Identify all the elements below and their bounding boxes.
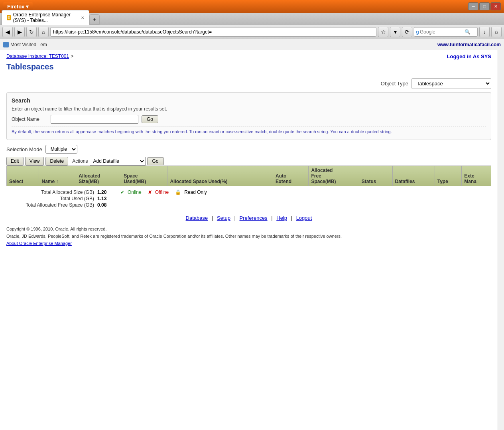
object-name-label: Object Name — [12, 116, 47, 122]
total-used-label: Total Used (GB) — [6, 196, 94, 201]
downloads-icon[interactable]: ↓ — [479, 27, 490, 37]
col-space-used: SpaceUsed(MB) — [121, 166, 167, 186]
footer-preferences-link[interactable]: Preferences — [240, 215, 268, 221]
forward-button[interactable]: ▶ — [14, 27, 25, 37]
object-name-input[interactable] — [51, 115, 138, 124]
tab-favicon: E — [7, 15, 11, 20]
toolbar: Edit View Delete Actions Add Datafile Go — [6, 157, 491, 166]
bookmarks-bar: Most Visited em www.tuinformaticafacil.c… — [0, 39, 504, 50]
total-free-value: 0.08 — [97, 202, 117, 208]
search-title: Search — [12, 97, 486, 104]
object-type-select[interactable]: Tablespace — [411, 78, 491, 89]
google-icon: g — [416, 29, 419, 35]
online-icon: ✔ — [120, 189, 124, 195]
col-type: Type — [435, 166, 462, 186]
breadcrumb-link[interactable]: Database Instance: TEST001 — [6, 53, 69, 59]
active-tab[interactable]: E Oracle Enterprise Manager (SYS) - Tabl… — [2, 10, 89, 25]
url-bar[interactable] — [50, 27, 376, 37]
col-select: Select — [7, 166, 39, 186]
online-label: Online — [128, 189, 142, 195]
home-nav-icon[interactable]: ⌂ — [491, 27, 502, 37]
tab-label: Oracle Enterprise Manager (SYS) - Tables… — [13, 12, 79, 23]
close-button[interactable]: ✕ — [490, 2, 501, 10]
total-free-label: Total Allocated Free Space (GB) — [6, 202, 94, 208]
about-oracle-link[interactable]: About Oracle Enterprise Manager — [6, 241, 72, 246]
tablespace-table: Select Name ↑ AllocatedSize(MB) SpaceUse… — [6, 166, 491, 186]
logged-in-status: Logged in As SYS — [447, 53, 491, 59]
home-button[interactable]: ⌂ — [38, 27, 49, 37]
new-tab-button[interactable]: + — [89, 14, 100, 25]
col-extent: ExteMana — [462, 166, 491, 186]
tab-close-icon[interactable]: ✕ — [81, 16, 84, 20]
object-type-label: Object Type — [381, 81, 408, 87]
bookmark-most-visited[interactable]: Most Visited — [3, 42, 36, 47]
main-content: Database Instance: TEST001 > Logged in A… — [0, 50, 498, 430]
view-button[interactable]: View — [25, 157, 44, 166]
footer-help-link[interactable]: Help — [276, 215, 287, 221]
actions-label: Actions — [72, 158, 88, 164]
offline-label: Offline — [155, 189, 169, 195]
copyright-line2: Oracle, JD Edwards, PeopleSoft, and Rete… — [6, 233, 491, 240]
toolbar-go-button[interactable]: Go — [147, 157, 164, 165]
footer-setup-link[interactable]: Setup — [217, 215, 230, 221]
col-alloc-size: AllocatedSize(MB) — [76, 166, 121, 186]
back-button[interactable]: ◀ — [2, 27, 13, 37]
minimize-button[interactable]: ─ — [468, 2, 478, 10]
footer-database-link[interactable]: Database — [186, 215, 208, 221]
object-type-row: Object Type Tablespace — [6, 78, 491, 89]
breadcrumb: Database Instance: TEST001 > — [6, 53, 73, 59]
offline-icon: ✘ — [148, 189, 152, 195]
page-title: Tablespaces — [6, 62, 491, 74]
nav-bar: ◀ ▶ ↻ ⌂ ☆ ▾ ⟳ g 🔍 ↓ ⌂ — [0, 25, 504, 39]
em-label: em — [40, 42, 47, 47]
col-name[interactable]: Name ↑ — [39, 166, 76, 186]
browser-content: Database Instance: TEST001 > Logged in A… — [0, 50, 504, 430]
total-alloc-label: Total Allocated Size (GB) — [6, 189, 94, 195]
selection-mode-row: Selection Mode Multiple — [6, 145, 491, 154]
most-visited-label: Most Visited — [10, 42, 36, 47]
footer-logout-link[interactable]: Logout — [296, 215, 312, 221]
nav-reload-icon[interactable]: ⟳ — [402, 27, 412, 37]
copyright-line1: Copyright © 1996, 2010, Oracle. All righ… — [6, 226, 491, 233]
col-datafiles: Datafiles — [392, 166, 435, 186]
total-alloc-value: 1.20 — [97, 189, 117, 195]
total-used-value: 1.13 — [97, 196, 117, 201]
maximize-button[interactable]: □ — [479, 2, 490, 10]
col-auto-extend: AutoExtend — [273, 166, 309, 186]
actions-select[interactable]: Add Datafile — [90, 157, 146, 166]
summary-row-free: Total Allocated Free Space (GB) 0.08 — [6, 202, 491, 208]
col-alloc-free: AllocatedFreeSpace(MB) — [309, 166, 359, 186]
summary-section: Total Allocated Size (GB) 1.20 ✔ Online … — [6, 189, 491, 208]
edit-button[interactable]: Edit — [6, 157, 24, 166]
search-section: Search Enter an object name to filter th… — [6, 92, 491, 140]
search-input[interactable] — [420, 29, 464, 35]
bookmark-favicon — [3, 42, 9, 47]
search-go-button[interactable]: Go — [142, 115, 158, 123]
search-area: g 🔍 — [414, 27, 478, 37]
window-controls: ─ □ ✕ — [468, 2, 501, 10]
summary-row-used: Total Used (GB) 1.13 — [6, 196, 491, 201]
read-only-icon: 🔒 — [175, 189, 181, 195]
bookmark-star-icon[interactable]: ☆ — [378, 27, 388, 37]
footer-links: Database | Setup | Preferences | Help | … — [6, 209, 491, 224]
summary-row-alloc: Total Allocated Size (GB) 1.20 ✔ Online … — [6, 189, 491, 195]
tab-bar: E Oracle Enterprise Manager (SYS) - Tabl… — [0, 13, 504, 25]
col-status: Status — [359, 166, 392, 186]
bookmark-down-icon[interactable]: ▾ — [390, 27, 400, 37]
delete-button[interactable]: Delete — [45, 157, 68, 166]
copyright: Copyright © 1996, 2010, Oracle. All righ… — [6, 224, 491, 249]
vertical-scrollbar[interactable] — [498, 50, 504, 430]
refresh-button[interactable]: ↻ — [26, 27, 37, 37]
col-space-pct: Allocated Space Used(%) — [167, 166, 273, 186]
search-description: Enter an object name to filter the data … — [12, 106, 486, 112]
search-note: By default, the search returns all upper… — [12, 126, 486, 135]
search-row: Object Name Go — [12, 115, 486, 124]
search-magnifier-icon[interactable]: 🔍 — [465, 29, 471, 35]
page-body: Database Instance: TEST001 > Logged in A… — [0, 50, 498, 255]
www-link[interactable]: www.tuinformaticafacil.com — [437, 42, 501, 47]
selection-mode-label: Selection Mode — [6, 146, 42, 152]
bookmark-em[interactable]: em — [40, 42, 47, 47]
read-only-label: Read Only — [184, 189, 207, 195]
selection-mode-select[interactable]: Multiple — [45, 145, 77, 154]
